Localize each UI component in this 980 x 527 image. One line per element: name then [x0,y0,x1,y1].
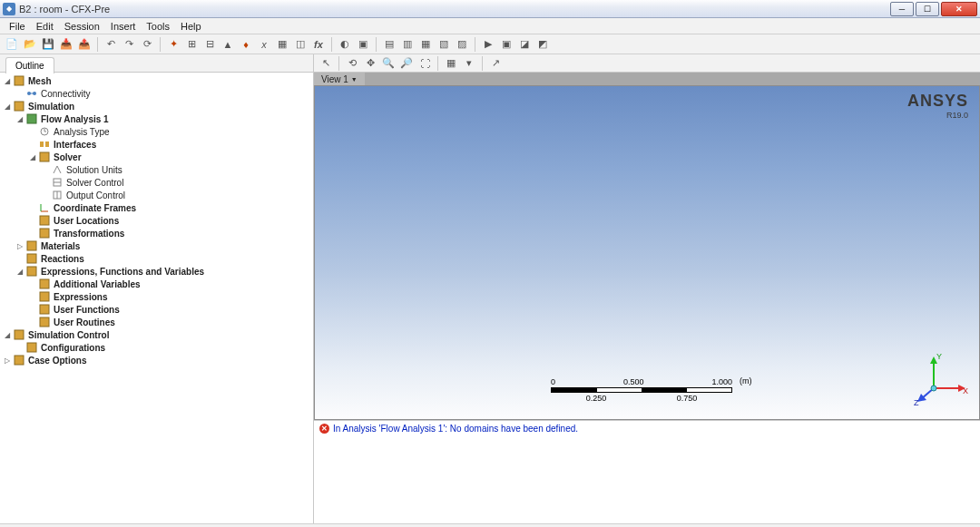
tool-icon[interactable]: ◪ [516,36,533,53]
tree-label: Connectivity [41,89,90,99]
message-row[interactable]: ✕ In Analysis 'Flow Analysis 1': No doma… [319,424,975,434]
menu-edit[interactable]: Edit [31,21,59,32]
minimize-button[interactable]: ─ [890,2,914,16]
message-panel[interactable]: ✕ In Analysis 'Flow Analysis 1': No doma… [314,420,980,523]
export-icon[interactable]: 📤 [76,36,93,53]
ruler-tick: 0.250 [586,394,607,403]
open-icon[interactable]: 📂 [22,36,38,53]
tool-icon[interactable]: ▣ [498,36,514,53]
save-icon[interactable]: 💾 [40,36,56,53]
svg-rect-23 [40,279,49,288]
rotate-icon[interactable]: ⟲ [344,55,360,72]
tool-icon[interactable]: x [256,36,272,53]
view-tab[interactable]: View 1 ▼ [314,73,365,85]
tree-analysis-type[interactable]: Analysis Type [0,125,313,138]
tree-connectivity[interactable]: Connectivity [0,87,313,100]
tree-configurations[interactable]: Configurations [0,341,313,354]
menu-tools[interactable]: Tools [141,21,175,32]
tree-expressions-group[interactable]: ◢Expressions, Functions and Variables [0,265,313,278]
view-icon[interactable]: ↗ [487,55,504,72]
tool-icon[interactable]: ▥ [399,36,416,53]
view-icon[interactable]: ▦ [443,55,459,72]
tool-icon[interactable]: ♦ [238,36,254,53]
reactions-icon [25,253,38,264]
tree-solution-units[interactable]: Solution Units [0,163,313,176]
tree-user-locations[interactable]: User Locations [0,214,313,227]
tool-icon[interactable]: ▣ [355,36,371,53]
tool-icon[interactable]: ▲ [220,36,236,53]
tree-transformations[interactable]: Transformations [0,227,313,239]
view-dropdown-icon[interactable]: ▾ [461,55,477,72]
select-icon[interactable]: ↖ [318,55,334,72]
coord-icon [38,202,51,213]
tool-icon[interactable]: ⊞ [183,36,200,53]
units-icon [51,164,64,175]
svg-rect-10 [45,142,49,147]
tool-icon[interactable]: ▧ [436,36,452,53]
flow-icon [25,113,38,124]
tool-icon[interactable]: ⊟ [201,36,218,53]
orientation-triad[interactable]: Y X Z [914,354,968,408]
tree-case-options[interactable]: ▷Case Options [0,354,313,366]
import-icon[interactable]: 📥 [58,36,74,53]
tool-icon[interactable]: ▨ [454,36,470,53]
tree-mesh[interactable]: ◢Mesh [0,74,313,87]
statusbar [0,523,980,527]
tool-icon[interactable]: ▶ [480,36,496,53]
tree-label: Expressions, Functions and Variables [41,267,204,277]
outline-tree[interactable]: ◢Mesh Connectivity ◢Simulation ◢Flow Ana… [0,73,313,523]
tree-materials[interactable]: ▷Materials [0,239,313,252]
scale-ruler: 0 0.500 1.000 0.250 0.750 (m) [551,377,732,403]
tree-sim-control[interactable]: ◢Simulation Control [0,328,313,341]
tree-label: User Locations [54,216,119,226]
svg-rect-11 [40,152,49,161]
zoom-fit-icon[interactable]: ⛶ [416,55,433,72]
new-icon[interactable]: 📄 [4,36,20,53]
tree-solver[interactable]: ◢Solver [0,151,313,163]
toolbar-sep [475,37,475,52]
zoom-out-icon[interactable]: 🔎 [398,55,415,72]
tree-label: Transformations [54,229,124,239]
svg-point-36 [931,385,936,391]
tree-interfaces[interactable]: Interfaces [0,138,313,151]
maximize-button[interactable]: ☐ [916,2,939,16]
tree-reactions[interactable]: Reactions [0,252,313,265]
close-button[interactable]: ✕ [941,2,977,16]
outline-tab[interactable]: Outline [5,57,54,73]
tree-expressions[interactable]: Expressions [0,290,313,303]
tool-icon[interactable]: ▦ [274,36,290,53]
tree-user-routines[interactable]: User Routines [0,316,313,328]
tool-icon[interactable]: ◐ [337,36,353,53]
menu-file[interactable]: File [4,21,31,32]
tree-output-control[interactable]: Output Control [0,189,313,201]
zoom-in-icon[interactable]: 🔍 [380,55,397,72]
menu-session[interactable]: Session [59,21,105,32]
viewport-panel: ↖ ⟲ ✥ 🔍 🔎 ⛶ ▦ ▾ ↗ View 1 ▼ ANSYS R19.0 [314,54,980,523]
toolbar-sep [331,37,332,52]
undo-icon[interactable]: ↶ [103,36,119,53]
tree-user-functions[interactable]: User Functions [0,303,313,316]
tool-icon[interactable]: ✦ [165,36,181,53]
tool-icon[interactable]: ▦ [417,36,434,53]
tool-icon[interactable]: ◫ [292,36,309,53]
pan-icon[interactable]: ✥ [362,55,378,72]
ruler-tick: 0.750 [677,394,698,403]
toolbar-sep [160,37,161,52]
tree-flow-analysis[interactable]: ◢Flow Analysis 1 [0,112,313,125]
main-toolbar: 📄 📂 💾 📥 📤 ↶ ↷ ⟳ ✦ ⊞ ⊟ ▲ ♦ x ▦ ◫ fx ◐ ▣ ▤… [0,34,980,54]
menu-insert[interactable]: Insert [105,21,142,32]
tree-simulation[interactable]: ◢Simulation [0,100,313,112]
ruler-tick: 1.000 [711,377,732,386]
svg-rect-24 [40,292,49,301]
tree-coord-frames[interactable]: Coordinate Frames [0,201,313,214]
fx-icon[interactable]: fx [310,36,327,53]
tool-icon[interactable]: ▤ [381,36,397,53]
redo-icon[interactable]: ↷ [121,36,137,53]
viewport-3d[interactable]: ANSYS R19.0 0 0.500 1.000 0.250 0. [314,85,980,420]
tool-icon[interactable]: ◩ [534,36,551,53]
refresh-icon[interactable]: ⟳ [139,36,155,53]
menu-help[interactable]: Help [175,21,207,32]
tree-solver-control[interactable]: Solver Control [0,176,313,189]
tree-additional-vars[interactable]: Additional Variables [0,278,313,290]
tree-label: Materials [41,241,80,251]
